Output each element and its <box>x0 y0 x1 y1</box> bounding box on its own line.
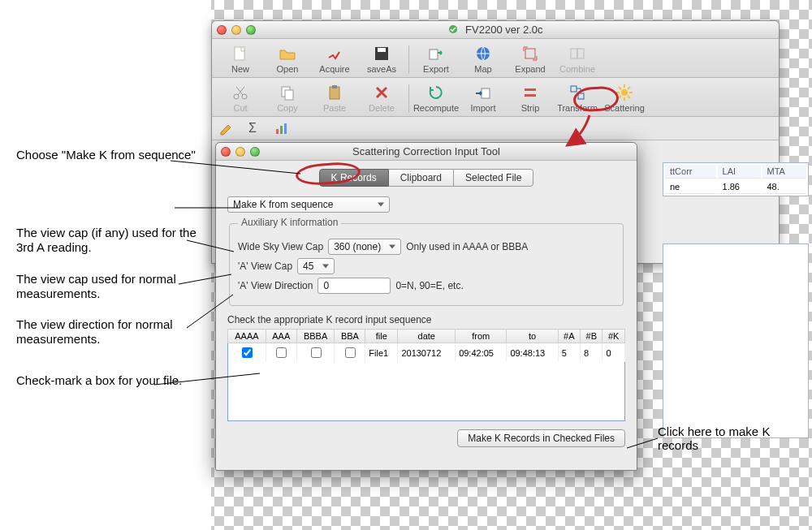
toolbar-label: Map <box>474 64 491 74</box>
grid-header[interactable]: #A <box>558 330 580 343</box>
wide-sky-label: Wide Sky View Cap <box>238 241 323 252</box>
svg-rect-1 <box>235 47 244 60</box>
grid-header[interactable]: AAAA <box>228 330 266 343</box>
cell-value: 09:42:05 <box>456 343 507 363</box>
sigma-icon: Σ <box>246 120 262 136</box>
tab-clipboard[interactable]: Clipboard <box>389 169 454 187</box>
toolbar-row-0: NewOpenAcquiresaveAsExportMapExpandCombi… <box>212 39 779 78</box>
make-k-records-button[interactable]: Make K Records in Checked Files <box>457 429 625 447</box>
export-button[interactable]: Export <box>412 42 460 77</box>
k-record-grid[interactable]: AAAAAAABBBABBAfiledatefromto#A#B#K File1… <box>227 329 625 421</box>
acquire-icon <box>326 45 343 62</box>
annot-checkbox: Check-mark a box for your file. <box>16 373 203 388</box>
strip-button[interactable]: Strip <box>507 81 554 116</box>
cut-icon <box>231 84 249 101</box>
cell-bbba[interactable] <box>296 343 335 363</box>
svg-point-20 <box>621 89 628 96</box>
cell-value: 20130712 <box>398 343 456 363</box>
svg-rect-16 <box>525 88 536 91</box>
cell-aaaa[interactable] <box>228 343 266 363</box>
dialog-title: Scattering Correction Input Tool <box>216 145 637 157</box>
aaa-checkbox[interactable] <box>276 347 287 358</box>
svg-rect-31 <box>280 126 283 134</box>
svg-line-27 <box>628 87 630 89</box>
saveAs-icon <box>373 45 391 62</box>
cell-value: File1 <box>365 343 398 363</box>
chart-icon <box>274 120 290 136</box>
copy-button: Copy <box>264 81 311 116</box>
grid-header[interactable]: #K <box>603 330 625 343</box>
aaaa-checkbox[interactable] <box>242 347 253 358</box>
tab-selected-file[interactable]: Selected File <box>454 169 533 187</box>
recompute-button[interactable]: Recompute <box>412 81 460 116</box>
new-button[interactable]: New <box>217 42 264 77</box>
cut-button: Cut <box>217 81 264 116</box>
expand-button[interactable]: Expand <box>507 42 554 77</box>
grid-header[interactable]: BBBA <box>296 330 335 343</box>
annot-a-dir: The view direction for normal measuremen… <box>16 317 203 347</box>
grid-header[interactable]: to <box>507 330 558 343</box>
statbar: Σ <box>212 117 779 140</box>
a-view-dir-label: 'A' View Direction <box>238 280 313 291</box>
pencil-icon <box>218 120 235 136</box>
cell-bba[interactable] <box>335 343 365 363</box>
grid-header[interactable]: BBA <box>335 330 365 343</box>
wide-sky-select[interactable]: 360 (none) <box>328 239 401 255</box>
grid-header[interactable]: #B <box>581 330 603 343</box>
scattering-dialog: Scattering Correction Input Tool K Recor… <box>215 142 637 471</box>
svg-rect-7 <box>571 49 577 58</box>
app-icon <box>447 24 459 35</box>
svg-rect-17 <box>525 94 536 97</box>
toolbar-label: Strip <box>521 103 540 113</box>
toolbar-separator <box>408 84 409 113</box>
import-icon <box>474 84 492 101</box>
paste-icon <box>326 84 343 101</box>
annot-a-cap: The view cap used for normal measurement… <box>16 272 203 301</box>
saveAs-button[interactable]: saveAs <box>358 42 405 77</box>
svg-rect-8 <box>577 49 584 58</box>
dialog-titlebar: Scattering Correction Input Tool <box>216 143 637 161</box>
expand-icon <box>521 45 539 62</box>
toolbar-label: Recompute <box>413 103 459 113</box>
a-view-cap-label: 'A' View Cap <box>238 261 292 272</box>
grid-header[interactable]: date <box>398 330 456 343</box>
svg-text:Σ: Σ <box>248 121 257 135</box>
grid-header[interactable]: from <box>456 330 507 343</box>
toolbar-label: Copy <box>277 103 298 113</box>
make-k-mode-select[interactable]: Make K from sequence <box>227 196 390 213</box>
svg-rect-15 <box>482 88 490 98</box>
toolbar-label: New <box>231 64 249 74</box>
grid-header[interactable]: file <box>365 330 398 343</box>
export-icon <box>427 45 445 62</box>
svg-line-26 <box>628 96 630 98</box>
bba-checkbox[interactable] <box>345 347 356 358</box>
a-view-cap-select[interactable]: 45 <box>297 258 335 274</box>
acquire-button[interactable]: Acquire <box>311 42 358 77</box>
a-view-dir-input[interactable]: 0 <box>317 278 391 294</box>
svg-rect-32 <box>284 123 287 134</box>
cell-aaa[interactable] <box>266 343 296 363</box>
grid-header[interactable]: AAA <box>266 330 296 343</box>
open-button[interactable]: Open <box>264 42 311 77</box>
svg-rect-3 <box>378 48 386 52</box>
table-row[interactable]: File12013071209:42:0509:48:13580 <box>228 343 625 363</box>
svg-rect-14 <box>332 85 337 88</box>
toolbar-label: Export <box>423 64 449 74</box>
results-empty-pane <box>663 243 809 438</box>
import-button[interactable]: Import <box>460 81 507 116</box>
grid-prompt: Check the appropriate K record input seq… <box>227 314 625 325</box>
wide-sky-note: Only used in AAAA or BBBA <box>406 241 528 252</box>
delete-icon <box>373 84 391 101</box>
map-button[interactable]: Map <box>460 42 507 77</box>
toolbar-label: Open <box>277 64 299 74</box>
toolbar-row-1: CutCopyPasteDeleteRecomputeImportStripTr… <box>212 78 779 117</box>
toolbar-label: Import <box>470 103 495 113</box>
copy-icon <box>279 84 296 101</box>
cell-value: 09:48:13 <box>507 343 558 363</box>
svg-rect-18 <box>571 86 577 92</box>
toolbar-separator <box>408 45 409 74</box>
svg-rect-30 <box>276 129 279 134</box>
results-table: ttCorr LAI MTA ne 1.86 48. <box>663 162 809 196</box>
window-title: FV2200 ver 2.0c <box>212 24 779 36</box>
bbba-checkbox[interactable] <box>311 347 322 358</box>
